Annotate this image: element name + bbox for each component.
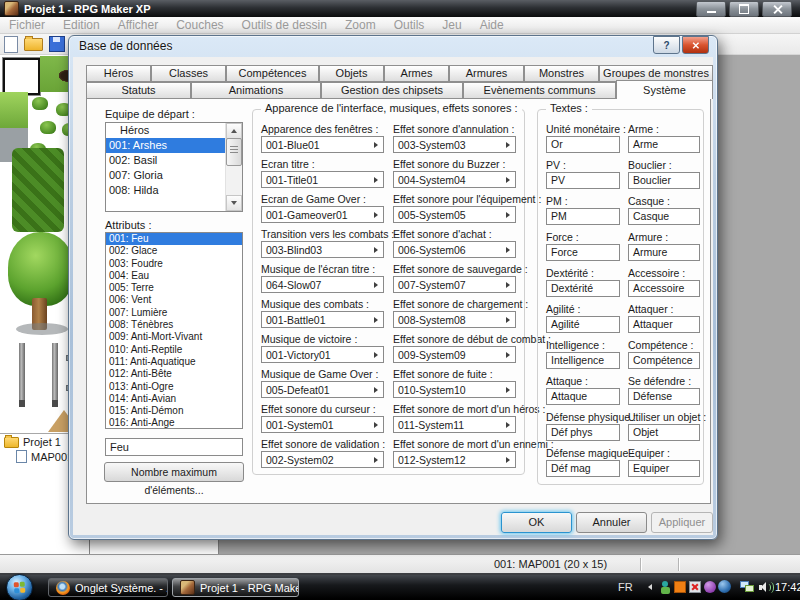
scroll-up-icon[interactable] (226, 123, 242, 139)
dropdown-field[interactable]: 001-System01 (261, 416, 384, 433)
tab[interactable]: Armes (384, 65, 449, 82)
start-button[interactable] (6, 574, 33, 600)
menu-item[interactable]: Zoom (336, 17, 385, 33)
menu-item[interactable]: Aide (471, 17, 513, 33)
minimize-button[interactable] (696, 1, 726, 17)
taskbar-task-firefox[interactable]: Onglet Système. - ... (48, 578, 168, 597)
tab[interactable]: Animations (191, 82, 321, 99)
attribute-list-item[interactable]: 006: Vent (106, 294, 242, 306)
attribute-list-item[interactable]: 004: Eau (106, 270, 242, 282)
menu-item[interactable]: Jeu (433, 17, 470, 33)
blank-tile-selected[interactable] (3, 58, 40, 95)
dropdown-field[interactable]: 002-System02 (261, 451, 384, 468)
text-input[interactable]: Force (546, 244, 620, 261)
dialog-help-button[interactable]: ? (653, 36, 680, 54)
attribute-list-item[interactable]: 011: Anti-Aquatique (106, 356, 242, 368)
attribute-list-item[interactable]: 014: Anti-Avian (106, 393, 242, 405)
attribute-list-item[interactable]: 016: Anti-Ange (106, 417, 242, 429)
attributes-list[interactable]: 001: Feu002: Glace003: Foudre004: Eau005… (105, 232, 243, 429)
text-input[interactable]: Objet (628, 424, 700, 441)
dropdown-field[interactable]: 064-Slow07 (261, 276, 384, 293)
menu-item[interactable]: Edition (54, 17, 109, 33)
text-input[interactable]: Armure (628, 244, 700, 261)
taskbar-task-rpgmaker[interactable]: Projet 1 - RPG Make... (172, 578, 299, 597)
text-input[interactable]: Déf phys (546, 424, 620, 441)
text-input[interactable]: Or (546, 136, 620, 153)
attribute-list-item[interactable]: 009: Anti-Mort-Vivant (106, 331, 242, 343)
window-titlebar[interactable]: Projet 1 - RPG Maker XP (0, 0, 800, 17)
blue-sphere-icon[interactable] (718, 580, 731, 593)
text-input[interactable]: Dextérité (546, 280, 620, 297)
party-list-item[interactable]: 002: Basil (106, 153, 226, 168)
scrollbar-thumb[interactable] (226, 138, 242, 166)
attribute-list-item[interactable]: 003: Foudre (106, 258, 242, 270)
dropdown-field[interactable]: 001-Title01 (261, 171, 384, 188)
party-list-scrollbar[interactable] (225, 123, 242, 211)
text-input[interactable]: Attaquer (628, 316, 700, 333)
attribute-list-item[interactable]: 010: Anti-Reptile (106, 344, 242, 356)
dropdown-field[interactable]: 003-Blind03 (261, 241, 384, 258)
menu-item[interactable]: Couches (167, 17, 232, 33)
tab[interactable]: Monstres (524, 65, 599, 82)
user-icon[interactable] (660, 581, 671, 594)
cancel-button[interactable]: Annuler (576, 512, 647, 533)
menu-item[interactable]: Outils (385, 17, 434, 33)
dropdown-field[interactable]: 001-Victory01 (261, 346, 384, 363)
menu-item[interactable]: Afficher (109, 17, 167, 33)
bush-tile[interactable] (40, 121, 56, 134)
volume-icon[interactable] (759, 581, 774, 594)
tab[interactable]: Gestion des chipsets (321, 82, 463, 99)
ok-button[interactable]: OK (501, 512, 572, 533)
hedge-tile[interactable] (12, 148, 64, 232)
dropdown-field[interactable]: 005-System05 (393, 206, 516, 223)
text-input[interactable]: PV (546, 172, 620, 189)
attribute-name-input[interactable]: Feu (105, 438, 243, 456)
text-input[interactable]: Arme (628, 136, 700, 153)
attribute-list-item[interactable]: 008: Ténèbres (106, 319, 242, 331)
text-input[interactable]: Accessoire (628, 280, 700, 297)
text-input[interactable]: Equiper (628, 460, 700, 477)
scroll-down-icon[interactable] (226, 195, 242, 211)
attribute-list-item[interactable]: 005: Terre (106, 282, 242, 294)
dropdown-field[interactable]: 007-System07 (393, 276, 516, 293)
tab[interactable]: Système (616, 80, 713, 99)
orange-app-icon[interactable] (674, 581, 686, 593)
starting-party-list[interactable]: Héros 001: Arshes002: Basil007: Gloria00… (105, 122, 243, 212)
dropdown-field[interactable]: 008-System08 (393, 311, 516, 328)
text-input[interactable]: Défense (628, 388, 700, 405)
muted-device-icon[interactable] (689, 581, 701, 593)
tab[interactable]: Evènements communs (463, 82, 616, 99)
maximize-button[interactable] (729, 1, 759, 17)
dropdown-field[interactable]: 010-System10 (393, 381, 516, 398)
tray-collapse-arrow-icon[interactable] (648, 584, 652, 590)
text-input[interactable]: Compétence (628, 352, 700, 369)
dropdown-field[interactable]: 001-Battle01 (261, 311, 384, 328)
menu-item[interactable]: Fichier (0, 17, 54, 33)
attribute-list-item[interactable]: 015: Anti-Démon (106, 405, 242, 417)
text-input[interactable]: Intelligence (546, 352, 620, 369)
dialog-close-button[interactable] (682, 36, 709, 54)
dropdown-field[interactable]: 005-Defeat01 (261, 381, 384, 398)
party-list-item[interactable]: 008: Hilda (106, 183, 226, 198)
attribute-list-item[interactable]: 007: Lumière (106, 307, 242, 319)
attribute-list-item[interactable]: 012: Anti-Bête (106, 368, 242, 380)
attribute-list-item[interactable]: 002: Glace (106, 245, 242, 257)
tab[interactable]: Héros (86, 65, 151, 82)
tab[interactable]: Compétences (226, 65, 319, 82)
dropdown-field[interactable]: 011-System11 (393, 416, 516, 433)
text-input[interactable]: Casque (628, 208, 700, 225)
open-folder-icon[interactable] (24, 38, 43, 51)
max-elements-button[interactable]: Nombre maximum d'éléments... (104, 462, 244, 482)
dropdown-field[interactable]: 012-System12 (393, 451, 516, 468)
text-input[interactable]: PM (546, 208, 620, 225)
dropdown-field[interactable]: 009-System09 (393, 346, 516, 363)
dropdown-field[interactable]: 004-System04 (393, 171, 516, 188)
text-input[interactable]: Bouclier (628, 172, 700, 189)
text-input[interactable]: Déf mag (546, 460, 620, 477)
clock[interactable]: 17:42 (775, 581, 800, 593)
attribute-list-item[interactable]: 013: Anti-Ogre (106, 381, 242, 393)
network-icon[interactable] (740, 581, 755, 593)
text-input[interactable]: Attaque (546, 388, 620, 405)
party-list-item[interactable]: 007: Gloria (106, 168, 226, 183)
tree-tile[interactable] (8, 232, 74, 306)
